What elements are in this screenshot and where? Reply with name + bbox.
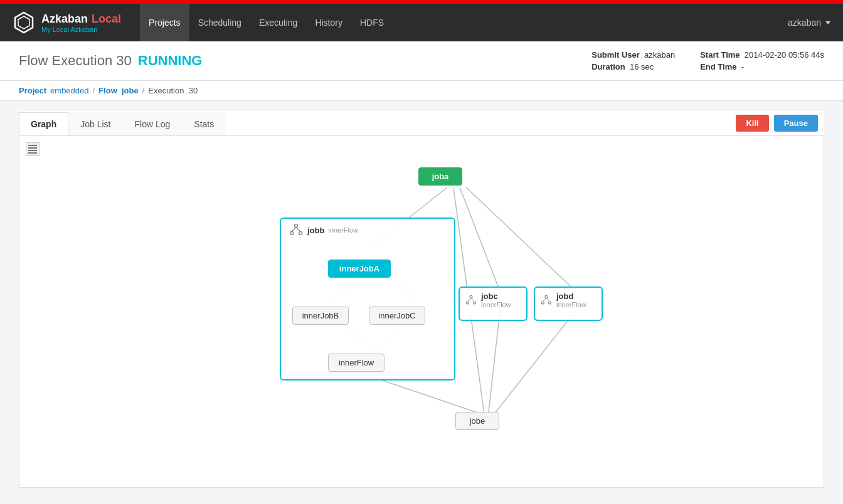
nav-links: Projects Scheduling Executing History HD… (140, 4, 788, 41)
node-innerJobA-label: innerJobA (339, 264, 379, 273)
nav-history[interactable]: History (306, 4, 351, 41)
duration-value: 16 sec (630, 62, 654, 71)
jobb-header: jobb innerFlow (281, 219, 454, 239)
jobc-header: jobc innerFlow (460, 288, 526, 312)
breadcrumb-execution: Execution 30 (148, 86, 198, 95)
node-jobe[interactable]: jobe (455, 412, 499, 430)
svg-point-24 (474, 302, 476, 304)
svg-line-20 (292, 228, 296, 232)
node-innerFlow-label: innerFlow (339, 358, 374, 367)
duration-item: Duration 16 sec (591, 62, 675, 71)
node-innerJobC[interactable]: innerJobC (369, 307, 425, 325)
submit-user-item: Submit User azkaban (591, 50, 675, 60)
flow-title: Flow Execution 30 RUNNING (19, 53, 202, 69)
brand-azkaban-label: Azkaban (41, 13, 88, 26)
start-time-label: Start Time (700, 50, 740, 60)
user-dropdown-caret (825, 21, 830, 24)
jobc-label: jobc (481, 291, 511, 301)
start-time-item: Start Time 2014-02-20 05:56 44s (700, 50, 824, 60)
svg-point-19 (299, 232, 302, 235)
user-menu[interactable]: azkaban (788, 18, 830, 28)
submit-user-label: Submit User (591, 50, 640, 60)
flow-box-jobd[interactable]: jobd innerFlow (534, 286, 603, 321)
status-badge: RUNNING (138, 53, 203, 69)
graph-container: joba jobb innerFlow inner (19, 136, 824, 487)
svg-line-12 (495, 310, 576, 413)
flow-execution-title: Flow Execution 30 (19, 53, 132, 69)
svg-rect-5 (28, 152, 37, 154)
tab-stats[interactable]: Stats (182, 112, 226, 135)
node-innerJobC-label: innerJobC (378, 311, 415, 320)
breadcrumb-flow-label: Flow (98, 86, 117, 95)
jobd-label: jobd (556, 291, 586, 301)
tab-graph[interactable]: Graph (19, 112, 68, 135)
jobd-flow-icon (540, 295, 553, 305)
nav-hdfs[interactable]: HDFS (351, 4, 393, 41)
svg-marker-1 (18, 16, 29, 29)
svg-marker-0 (15, 13, 33, 33)
start-time-value: 2014-02-20 05:56 44s (745, 50, 824, 60)
svg-line-10 (374, 377, 479, 413)
tab-flow-log[interactable]: Flow Log (122, 112, 182, 135)
tabs: Graph Job List Flow Log Stats (19, 112, 226, 135)
flow-box-jobb[interactable]: jobb innerFlow innerJobA innerJobB inner… (280, 218, 455, 381)
svg-rect-3 (28, 150, 37, 151)
node-innerJobB[interactable]: innerJobB (292, 307, 349, 325)
jobd-header: jobd innerFlow (535, 288, 602, 312)
username-label: azkaban (788, 18, 821, 28)
node-innerJobA[interactable]: innerJobA (328, 260, 391, 278)
jobd-subtext: innerFlow (556, 301, 586, 308)
brand-local-label: Local (92, 13, 121, 26)
svg-rect-2 (28, 147, 37, 149)
breadcrumb-project-link[interactable]: embedded (50, 86, 88, 95)
nav-scheduling[interactable]: Scheduling (189, 4, 250, 41)
pause-button[interactable]: Pause (774, 115, 818, 132)
end-time-item: End Time - (700, 62, 824, 71)
breadcrumb-flow-link[interactable]: Flow jobe (98, 86, 139, 95)
svg-point-27 (545, 295, 548, 298)
graph-panel: joba jobb innerFlow inner (19, 136, 824, 488)
svg-line-11 (489, 310, 500, 413)
brand-subtitle: My Local Azkaban (41, 26, 121, 33)
svg-point-18 (290, 232, 294, 235)
brand-name: Azkaban Local (41, 13, 121, 26)
graph-toolbar (26, 142, 40, 156)
zoom-tool-icon[interactable] (26, 142, 40, 156)
submit-meta: Submit User azkaban Duration 16 sec (591, 50, 675, 71)
tab-actions: Kill Pause (729, 111, 824, 135)
svg-line-8 (466, 187, 576, 291)
breadcrumb-sep-2: / (142, 86, 145, 95)
kill-button[interactable]: Kill (736, 115, 768, 132)
svg-line-30 (543, 298, 546, 302)
end-time-label: End Time (700, 62, 736, 71)
jobb-subtext: innerFlow (328, 226, 358, 234)
nav-projects[interactable]: Projects (140, 4, 189, 41)
breadcrumb-execution-label: Execution (148, 86, 184, 95)
breadcrumb-project-label: Project (19, 86, 46, 95)
node-innerFlow[interactable]: innerFlow (328, 354, 384, 372)
svg-point-28 (541, 302, 544, 304)
submit-user-value: azkaban (644, 50, 675, 60)
jobc-subtext: innerFlow (481, 301, 511, 308)
svg-line-21 (296, 228, 300, 232)
page-header: Flow Execution 30 RUNNING Submit User az… (0, 41, 843, 81)
flow-box-jobc[interactable]: jobc innerFlow (459, 286, 528, 321)
brand-text: Azkaban Local My Local Azkaban (41, 13, 121, 33)
svg-line-26 (471, 298, 475, 302)
svg-point-22 (470, 295, 472, 298)
svg-point-29 (549, 302, 551, 304)
breadcrumb-execution-id: 30 (189, 86, 198, 95)
svg-line-31 (546, 298, 550, 302)
node-jobe-label: jobe (470, 416, 485, 426)
breadcrumb: Project embedded / Flow jobe / Execution… (0, 81, 843, 101)
node-joba[interactable]: joba (418, 167, 462, 186)
end-time-value: - (741, 62, 744, 71)
tab-job-list[interactable]: Job List (68, 112, 122, 135)
time-meta: Start Time 2014-02-20 05:56 44s End Time… (700, 50, 824, 71)
svg-line-25 (467, 298, 471, 302)
header-meta: Submit User azkaban Duration 16 sec Star… (591, 50, 824, 71)
jobc-flow-icon (465, 295, 477, 305)
main-content: Graph Job List Flow Log Stats Kill Pause (0, 101, 843, 498)
brand-logo-icon (13, 11, 35, 34)
nav-executing[interactable]: Executing (250, 4, 306, 41)
